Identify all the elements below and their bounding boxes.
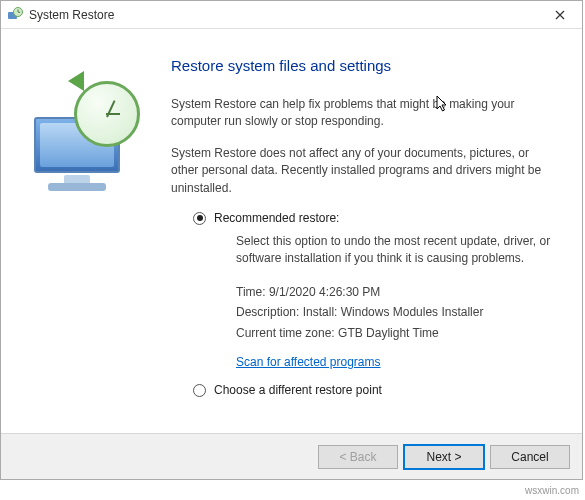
- back-button: < Back: [318, 445, 398, 469]
- meta-description: Description: Install: Windows Modules In…: [236, 302, 554, 322]
- annotation-arrow: [0, 480, 585, 500]
- wizard-footer: < Back Next > Cancel: [1, 433, 582, 479]
- close-icon: [555, 10, 565, 20]
- meta-desc-value: Install: Windows Modules Installer: [303, 305, 484, 319]
- intro-paragraph-2: System Restore does not affect any of yo…: [171, 145, 554, 197]
- watermark: wsxwin.com: [525, 485, 579, 496]
- meta-timezone: Current time zone: GTB Daylight Time: [236, 323, 554, 343]
- system-restore-icon: [7, 7, 23, 23]
- option-recommended-desc: Select this option to undo the most rece…: [236, 233, 554, 268]
- radio-choose-different[interactable]: [193, 384, 206, 397]
- system-restore-window: System Restore Restore system files and …: [0, 0, 583, 480]
- left-panel: [1, 29, 171, 433]
- cancel-button[interactable]: Cancel: [490, 445, 570, 469]
- right-panel: Restore system files and settings System…: [171, 29, 582, 433]
- meta-tz-label: Current time zone:: [236, 326, 335, 340]
- titlebar: System Restore: [1, 1, 582, 29]
- window-title: System Restore: [29, 8, 114, 22]
- restore-point-meta: Time: 9/1/2020 4:26:30 PM Description: I…: [236, 282, 554, 343]
- intro-paragraph-1: System Restore can help fix problems tha…: [171, 96, 554, 131]
- meta-time-value: 9/1/2020 4:26:30 PM: [269, 285, 380, 299]
- page-heading: Restore system files and settings: [171, 57, 554, 74]
- system-restore-artwork: [26, 69, 146, 189]
- option-choose-label: Choose a different restore point: [214, 383, 382, 397]
- option-choose-different[interactable]: Choose a different restore point: [193, 383, 554, 397]
- option-recommended[interactable]: Recommended restore:: [193, 211, 554, 225]
- meta-time-label: Time:: [236, 285, 266, 299]
- content-area: Restore system files and settings System…: [1, 29, 582, 433]
- close-button[interactable]: [538, 1, 582, 29]
- restore-options: Recommended restore: Select this option …: [193, 211, 554, 397]
- cursor-icon: [436, 95, 450, 113]
- option-recommended-label: Recommended restore:: [214, 211, 339, 225]
- next-button[interactable]: Next >: [404, 445, 484, 469]
- meta-desc-label: Description:: [236, 305, 299, 319]
- radio-recommended[interactable]: [193, 212, 206, 225]
- meta-tz-value: GTB Daylight Time: [338, 326, 439, 340]
- scan-affected-programs-link[interactable]: Scan for affected programs: [236, 355, 381, 369]
- meta-time: Time: 9/1/2020 4:26:30 PM: [236, 282, 554, 302]
